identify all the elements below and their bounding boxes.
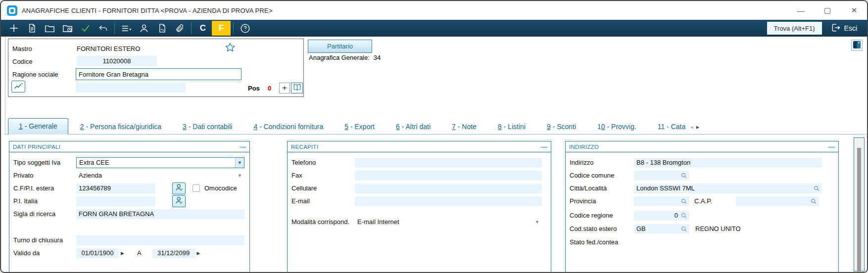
chevron-down-icon[interactable]: ▼: [235, 158, 244, 168]
pi-italia-field[interactable]: [76, 196, 155, 206]
tab-scroll-left-icon[interactable]: ◂: [688, 123, 695, 135]
calendar-arrow-icon[interactable]: ▶: [121, 251, 124, 256]
fornitori-toggle-button[interactable]: F: [212, 21, 231, 36]
pos-label: Pos: [248, 85, 260, 92]
search-icon[interactable]: [681, 213, 687, 219]
chevron-down-icon[interactable]: ▼: [535, 220, 539, 225]
fax-field[interactable]: [355, 171, 542, 181]
telefono-field[interactable]: [355, 158, 542, 168]
esci-button[interactable]: Esci: [831, 23, 857, 34]
chevron-down-icon[interactable]: ▼: [238, 173, 242, 178]
cod-stato-estero-field[interactable]: GB: [634, 224, 689, 234]
tab-catalogo[interactable]: 11 - Cata: [658, 120, 686, 135]
valido-a-field[interactable]: 31/12/2099: [152, 248, 195, 258]
verify-cf-button[interactable]: [172, 182, 186, 194]
vertical-scrollbar[interactable]: [854, 137, 865, 272]
cf-pi-estera-label: C.F/P.I. estera: [13, 184, 76, 192]
book-button[interactable]: [291, 83, 303, 93]
cf-pi-estera-field[interactable]: 123456789: [76, 183, 155, 193]
minimize-button[interactable]: —: [796, 6, 806, 15]
verify-pi-button[interactable]: [172, 195, 186, 207]
cellulare-field[interactable]: [355, 183, 542, 193]
contact-button[interactable]: [135, 21, 153, 36]
close-button[interactable]: ✕: [849, 6, 859, 15]
open-button[interactable]: [41, 21, 58, 36]
codice-comune-field[interactable]: [634, 171, 689, 181]
search-icon[interactable]: [681, 198, 687, 204]
collapse-panel-icon[interactable]: —: [541, 144, 547, 149]
collapse-panel-icon[interactable]: —: [240, 144, 246, 149]
maximize-button[interactable]: ▢: [822, 6, 832, 15]
tab-condizioni-fornitura[interactable]: 4 - Condizioni fornitura: [253, 120, 323, 135]
a-label: A: [137, 249, 142, 257]
toolbar-separator: [191, 22, 192, 34]
menu-button[interactable]: [117, 21, 135, 36]
tab-export[interactable]: 5 - Export: [344, 120, 375, 135]
person-check-icon: [175, 183, 184, 193]
tab-listini[interactable]: 8 - Listini: [498, 120, 526, 135]
tab-scroll-right-icon[interactable]: ▸: [695, 123, 701, 135]
copy-record-button[interactable]: [23, 21, 41, 36]
search-icon[interactable]: [681, 173, 687, 179]
confirm-button[interactable]: [76, 21, 94, 36]
title-bar: ANAGRAFICHE CLIENTI - FORNITORI DITTA <P…: [1, 1, 867, 20]
provincia-field[interactable]: [634, 196, 689, 206]
tab-provvig[interactable]: 10 - Provvig.: [597, 120, 636, 135]
search-icon[interactable]: [811, 198, 817, 204]
open-history-button[interactable]: [58, 21, 76, 36]
tab-generale[interactable]: 1 - Generale: [8, 118, 68, 135]
undo-button[interactable]: [94, 21, 112, 36]
toolbar-separator: [233, 22, 234, 34]
tab-dati-contabili[interactable]: 3 - Dati contabili: [183, 120, 232, 135]
indirizzo-field[interactable]: B8 - 138 Bromgton: [634, 158, 822, 168]
search-icon[interactable]: [681, 226, 687, 232]
omocodice-label: Omocodice: [204, 184, 237, 192]
panel-toggle-icon: [853, 41, 861, 50]
undo-icon: [98, 24, 108, 33]
book-icon: [293, 84, 301, 92]
codice-field[interactable]: 11020008: [77, 56, 157, 66]
header-extra-field[interactable]: [76, 83, 186, 92]
help-button[interactable]: [236, 21, 254, 36]
tab-persona-fisica-giuridica[interactable]: 2 - Persona fisica/giuridica: [80, 120, 161, 135]
clienti-toggle-button[interactable]: C: [194, 21, 212, 36]
new-record-button[interactable]: [5, 21, 23, 36]
tab-altri-dati[interactable]: 6 - Altri dati: [396, 120, 431, 135]
check-icon: [80, 23, 91, 33]
folder-history-icon: [62, 23, 73, 33]
mastro-label: Mastro: [12, 45, 32, 52]
modalita-corrispond-select[interactable]: E-mail Internet ▼: [355, 218, 542, 226]
favorite-star-icon[interactable]: [225, 42, 236, 54]
sigla-ricerca-field[interactable]: FORN GRAN BRETAGNA: [76, 209, 244, 219]
privato-select[interactable]: Azienda ▼: [76, 172, 244, 179]
side-panel-toggle-button[interactable]: [851, 40, 863, 51]
collapse-panel-icon[interactable]: —: [828, 144, 835, 149]
citta-localita-field[interactable]: London SSSWI 7ML: [634, 183, 822, 193]
app-logo-icon: [7, 5, 17, 16]
cap-field[interactable]: [736, 196, 819, 206]
turno-chiusura-field[interactable]: [76, 235, 244, 245]
email-field[interactable]: [355, 196, 542, 206]
scrollbar-thumb[interactable]: [857, 148, 861, 271]
ragione-sociale-input[interactable]: Fornitore Gran Bretagna: [76, 68, 241, 80]
search-icon[interactable]: [814, 185, 820, 191]
panel-title: DATI PRINCIPALI: [13, 144, 60, 150]
record-header-box: Mastro FORNITORI ESTERO Codice 11020008 …: [8, 39, 304, 97]
tab-note[interactable]: 7 - Note: [452, 120, 477, 135]
document-edit-button[interactable]: [153, 21, 171, 36]
pos-value: 0: [268, 85, 271, 92]
panel-indirizzo: INDIRIZZO — Indirizzo B8 - 138 Bromgton …: [565, 141, 839, 273]
codice-regione-field[interactable]: 0: [634, 211, 689, 221]
chart-button[interactable]: [11, 81, 25, 92]
anagrafica-generale-value: 34: [374, 54, 381, 61]
add-position-button[interactable]: +: [279, 83, 290, 93]
tab-sconti[interactable]: 9 - Sconti: [547, 120, 576, 135]
omocodice-checkbox[interactable]: [193, 184, 200, 192]
calendar-arrow-icon[interactable]: ▶: [197, 251, 200, 256]
attachments-button[interactable]: [171, 21, 189, 36]
partitario-button[interactable]: Partitario: [308, 40, 372, 53]
trova-button[interactable]: Trova (Alt+F1): [767, 22, 822, 35]
valido-da-field[interactable]: 01/01/1900: [76, 248, 119, 258]
tipo-soggetti-iva-select[interactable]: Extra CEE ▼: [76, 157, 244, 168]
codice-label: Codice: [12, 58, 32, 65]
